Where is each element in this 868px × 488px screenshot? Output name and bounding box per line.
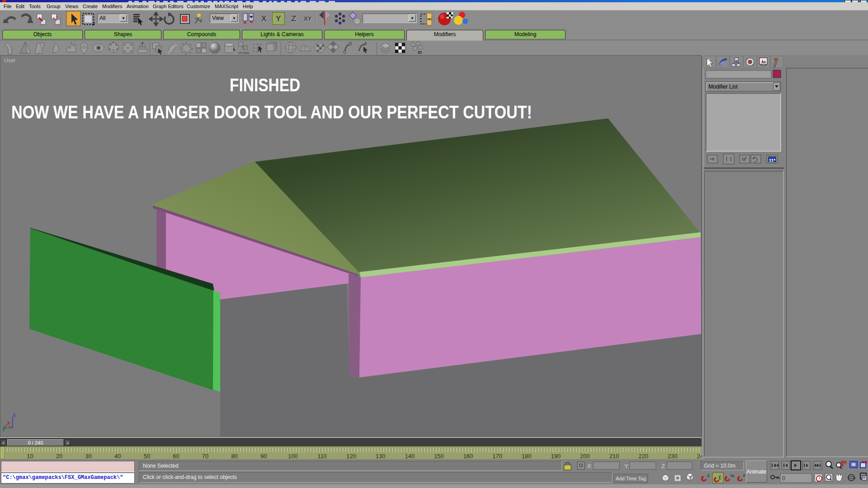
- svg-text:160: 160: [463, 453, 473, 459]
- svg-text:240: 240: [697, 453, 702, 459]
- svg-text:Z:: Z:: [661, 463, 666, 469]
- svg-text:100: 100: [288, 453, 298, 459]
- svg-text:60: 60: [173, 453, 179, 459]
- svg-text:x: x: [7, 420, 10, 425]
- svg-text:y: y: [2, 426, 5, 432]
- svg-text:%: %: [731, 474, 734, 478]
- svg-text:130: 130: [376, 453, 386, 459]
- svg-text:ID: ID: [418, 50, 422, 55]
- svg-text:170: 170: [492, 453, 502, 459]
- svg-text:180: 180: [522, 453, 532, 459]
- svg-text:Add Time Tag: Add Time Tag: [616, 476, 646, 481]
- svg-text:70: 70: [202, 453, 208, 459]
- svg-text:200: 200: [580, 453, 590, 459]
- svg-text:Modifier List: Modifier List: [708, 84, 738, 90]
- svg-text:3: 3: [707, 474, 709, 478]
- svg-text:40: 40: [114, 453, 121, 459]
- svg-text:Y:: Y:: [624, 463, 629, 469]
- svg-text:30: 30: [85, 453, 91, 459]
- svg-text:80: 80: [231, 453, 237, 459]
- svg-text:140: 140: [405, 453, 415, 459]
- svg-text:50: 50: [144, 453, 150, 459]
- svg-text:190: 190: [551, 453, 561, 459]
- svg-text:230: 230: [668, 453, 678, 459]
- svg-text:X:: X:: [587, 463, 592, 469]
- svg-text:0: 0: [782, 475, 785, 482]
- svg-text:110: 110: [317, 453, 327, 459]
- svg-text:XFORM: XFORM: [238, 52, 249, 55]
- svg-text:10: 10: [27, 453, 33, 459]
- svg-text:20: 20: [56, 453, 62, 459]
- svg-text:z: z: [13, 412, 16, 418]
- svg-text:90: 90: [260, 453, 267, 459]
- svg-text:210: 210: [609, 453, 619, 459]
- svg-text:220: 220: [638, 453, 648, 459]
- svg-text:120: 120: [346, 453, 356, 459]
- svg-text:150: 150: [434, 453, 444, 459]
